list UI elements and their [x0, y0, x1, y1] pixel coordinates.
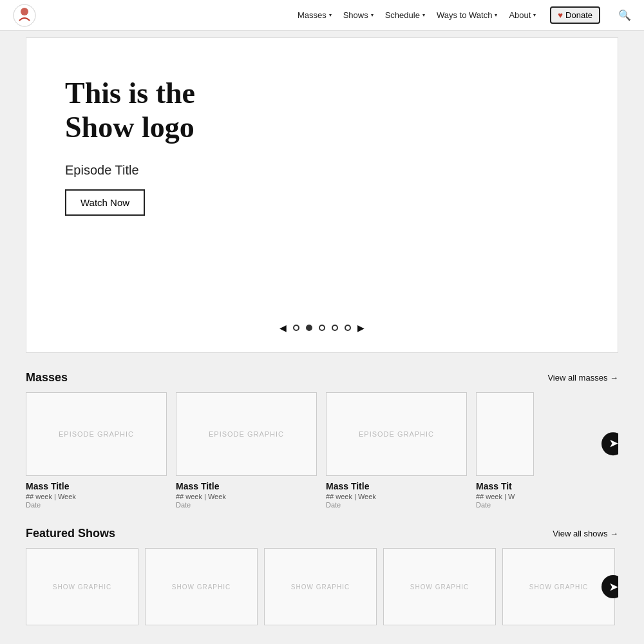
show-card-3-graphic[interactable]: SHOW GRAPHIC	[264, 548, 377, 625]
view-all-masses-link[interactable]: View all masses →	[547, 373, 618, 383]
mass-card-2: EPISODE GRAPHIC Mass Title ## week | Wee…	[176, 392, 317, 509]
carousel-next-arrow[interactable]: ▶	[357, 323, 365, 333]
shows-cards-row: SHOW GRAPHIC SHOW GRAPHIC SHOW GRAPHIC	[26, 548, 618, 625]
masses-section-header: Masses View all masses →	[26, 371, 618, 384]
site-logo[interactable]	[13, 4, 36, 27]
nav-shows[interactable]: Shows ▾	[343, 10, 374, 20]
mass-card-1-title: Mass Title	[26, 481, 167, 491]
mass-card-3: EPISODE GRAPHIC Mass Title ## week | Wee…	[326, 392, 467, 509]
mass-card-1-graphic[interactable]: EPISODE GRAPHIC	[26, 392, 167, 476]
show-card-5-label: SHOW GRAPHIC	[529, 583, 588, 591]
nav-about[interactable]: About ▾	[509, 10, 536, 20]
mass-card-4-graphic[interactable]	[476, 392, 534, 476]
mass-card-3-graphic[interactable]: EPISODE GRAPHIC	[326, 392, 467, 476]
show-card-2-graphic[interactable]: SHOW GRAPHIC	[145, 548, 258, 625]
masses-section-title: Masses	[26, 371, 68, 384]
hero-section: This is the Show logo Episode Title Watc…	[26, 37, 618, 353]
show-card-5: SHOW GRAPHIC	[502, 548, 615, 625]
mass-card-1: EPISODE GRAPHIC Mass Title ## week | Wee…	[26, 392, 167, 509]
show-card-2-label: SHOW GRAPHIC	[172, 583, 231, 591]
watch-now-button[interactable]: Watch Now	[65, 189, 145, 216]
masses-next-icon: ➤	[609, 437, 618, 450]
show-card-1: SHOW GRAPHIC	[26, 548, 138, 625]
nav-schedule[interactable]: Schedule ▾	[385, 10, 425, 20]
mass-card-1-meta: ## week | Week	[26, 493, 167, 500]
shows-section: Featured Shows View all shows → SHOW GRA…	[26, 527, 618, 625]
search-icon[interactable]: 🔍	[618, 9, 631, 21]
carousel-dot-1[interactable]	[293, 325, 299, 331]
hero-content: This is the Show logo Episode Title Watc…	[65, 77, 579, 303]
mass-card-2-date: Date	[176, 501, 317, 509]
show-card-3: SHOW GRAPHIC	[264, 548, 377, 625]
mass-card-4-title: Mass Tit	[476, 481, 534, 491]
page-wrapper: Masses ▾ Shows ▾ Schedule ▾ Ways to Watc…	[0, 0, 644, 643]
mass-card-1-graphic-label: EPISODE GRAPHIC	[59, 430, 134, 438]
carousel-dot-2[interactable]	[306, 325, 312, 331]
schedule-caret-icon: ▾	[422, 12, 425, 18]
shows-caret-icon: ▾	[371, 12, 374, 18]
carousel-prev-arrow[interactable]: ◀	[279, 323, 287, 333]
donate-button[interactable]: ♥ Donate	[550, 6, 600, 24]
show-card-1-label: SHOW GRAPHIC	[53, 583, 111, 591]
show-card-2: SHOW GRAPHIC	[145, 548, 258, 625]
show-card-4-label: SHOW GRAPHIC	[410, 583, 469, 591]
heart-icon: ♥	[558, 10, 563, 20]
shows-section-title: Featured Shows	[26, 527, 115, 540]
ways-to-watch-caret-icon: ▾	[495, 12, 497, 18]
mass-card-4: Mass Tit ## week | W Date	[476, 392, 534, 509]
carousel-dot-4[interactable]	[332, 325, 338, 331]
masses-caret-icon: ▾	[329, 12, 332, 18]
mass-card-2-meta: ## week | Week	[176, 493, 317, 500]
mass-card-2-title: Mass Title	[176, 481, 317, 491]
hero-carousel-controls: ◀ ▶	[65, 303, 579, 333]
masses-next-button[interactable]: ➤	[601, 432, 618, 455]
mass-card-3-date: Date	[326, 501, 467, 509]
masses-section: Masses View all masses → EPISODE GRAPHIC…	[26, 371, 618, 509]
carousel-dot-3[interactable]	[319, 325, 325, 331]
nav-ways-to-watch[interactable]: Ways to Watch ▾	[437, 10, 497, 20]
mass-card-4-date: Date	[476, 501, 534, 509]
mass-card-2-graphic-label: EPISODE GRAPHIC	[209, 430, 284, 438]
show-card-4: SHOW GRAPHIC	[383, 548, 496, 625]
nav-masses[interactable]: Masses ▾	[298, 10, 332, 20]
hero-episode-title: Episode Title	[65, 163, 579, 178]
mass-card-3-title: Mass Title	[326, 481, 467, 491]
navbar: Masses ▾ Shows ▾ Schedule ▾ Ways to Watc…	[0, 0, 644, 31]
mass-card-3-graphic-label: EPISODE GRAPHIC	[359, 430, 434, 438]
masses-cards-row: EPISODE GRAPHIC Mass Title ## week | Wee…	[26, 392, 618, 509]
shows-section-header: Featured Shows View all shows →	[26, 527, 618, 540]
shows-next-icon: ➤	[609, 581, 618, 593]
mass-card-2-graphic[interactable]: EPISODE GRAPHIC	[176, 392, 317, 476]
show-card-3-label: SHOW GRAPHIC	[291, 583, 350, 591]
nav-links: Masses ▾ Shows ▾ Schedule ▾ Ways to Watc…	[298, 6, 631, 24]
view-all-shows-link[interactable]: View all shows →	[553, 529, 618, 538]
mass-card-1-date: Date	[26, 501, 167, 509]
mass-card-4-meta: ## week | W	[476, 493, 534, 500]
carousel-dot-5[interactable]	[345, 325, 351, 331]
show-card-1-graphic[interactable]: SHOW GRAPHIC	[26, 548, 138, 625]
hero-show-logo: This is the Show logo	[65, 77, 579, 145]
mass-card-3-meta: ## week | Week	[326, 493, 467, 500]
show-card-4-graphic[interactable]: SHOW GRAPHIC	[383, 548, 496, 625]
show-card-5-graphic[interactable]: SHOW GRAPHIC	[502, 548, 615, 625]
about-caret-icon: ▾	[533, 12, 536, 18]
main-content: This is the Show logo Episode Title Watc…	[26, 31, 618, 625]
svg-point-1	[21, 8, 28, 15]
